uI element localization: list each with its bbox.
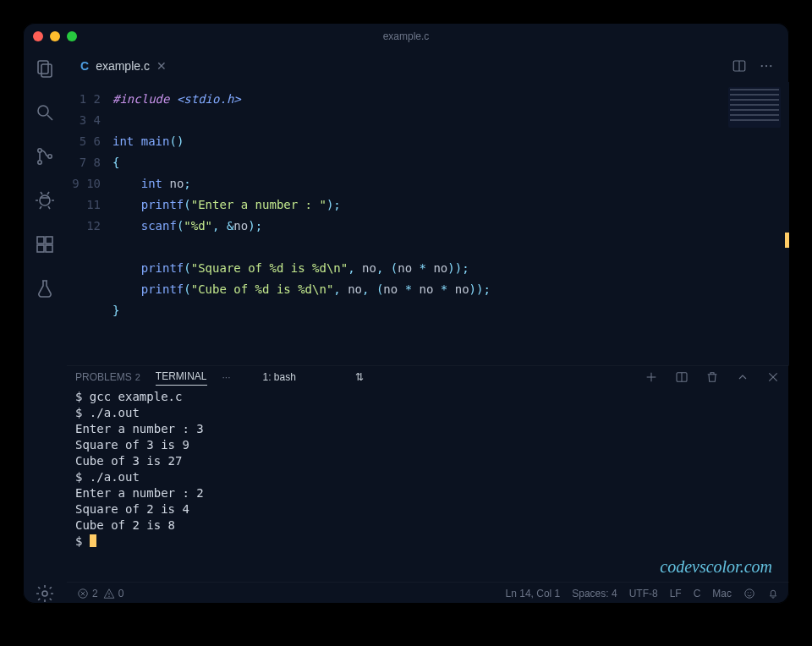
svg-line-9 [47, 192, 49, 194]
svg-point-36 [745, 589, 754, 598]
settings-gear-icon[interactable] [35, 583, 55, 604]
svg-point-6 [48, 155, 52, 158]
svg-point-5 [38, 161, 41, 164]
svg-rect-15 [37, 237, 44, 244]
explorer-icon[interactable] [35, 58, 55, 79]
eol-status[interactable]: LF [670, 588, 682, 599]
minimap-marker [785, 233, 789, 248]
panel-overflow-icon[interactable]: ··· [222, 371, 231, 383]
status-bar: 2 0 Ln 14, Col 1 Spaces: 4 UTF-8 LF C Ma… [67, 582, 789, 604]
close-tab-icon[interactable]: ✕ [156, 59, 167, 73]
minimap-preview [728, 87, 781, 128]
svg-line-12 [40, 206, 41, 209]
svg-rect-0 [38, 61, 48, 74]
code-editor[interactable]: 1 2 3 4 5 6 7 8 9 10 11 12 #include <std… [67, 82, 789, 365]
tab-label: example.c [96, 59, 150, 73]
watermark-text: codevscolor.com [660, 559, 772, 575]
titlebar[interactable]: example.c [23, 23, 789, 50]
problems-tab[interactable]: PROBLEMS2 [75, 369, 140, 386]
activity-bar [23, 50, 67, 604]
testing-icon[interactable] [35, 278, 55, 298]
new-terminal-icon[interactable] [644, 370, 659, 385]
warning-icon [103, 588, 115, 599]
minimize-window-button[interactable] [50, 31, 60, 41]
svg-rect-16 [37, 245, 44, 252]
language-status[interactable]: C [694, 588, 701, 599]
search-icon[interactable] [35, 102, 55, 123]
svg-point-7 [40, 195, 50, 205]
panel-tab-bar: PROBLEMS2 TERMINAL ··· 1: bash ⇅ [67, 366, 789, 387]
warnings-status[interactable]: 0 [103, 588, 124, 599]
svg-point-37 [748, 592, 749, 593]
terminal-tab[interactable]: TERMINAL [156, 368, 207, 386]
c-file-icon: C [80, 59, 89, 73]
maximize-panel-icon[interactable] [735, 370, 750, 385]
svg-line-13 [48, 206, 50, 209]
svg-point-19 [42, 591, 47, 596]
error-icon [77, 588, 89, 599]
close-window-button[interactable] [33, 31, 43, 41]
kill-terminal-icon[interactable] [705, 370, 720, 385]
notifications-icon[interactable] [767, 588, 779, 599]
svg-point-24 [770, 65, 771, 67]
svg-rect-18 [46, 237, 52, 244]
split-terminal-icon[interactable] [674, 370, 689, 385]
svg-point-22 [761, 65, 763, 67]
extensions-icon[interactable] [35, 234, 55, 255]
svg-rect-17 [46, 245, 52, 252]
encoding-status[interactable]: UTF-8 [629, 588, 658, 599]
traffic-lights [33, 31, 77, 41]
code-content[interactable]: #include <stdio.h> int main() { int no; … [112, 82, 718, 365]
terminal-cursor [90, 534, 96, 547]
maximize-window-button[interactable] [67, 31, 77, 41]
bottom-panel: PROBLEMS2 TERMINAL ··· 1: bash ⇅ [67, 365, 789, 582]
editor-tab-bar: C example.c ✕ [67, 50, 789, 82]
minimap[interactable] [718, 82, 789, 365]
tab-example-c[interactable]: C example.c ✕ [72, 54, 175, 78]
indentation-status[interactable]: Spaces: 4 [572, 588, 617, 599]
window-title: example.c [23, 30, 789, 42]
terminal-output[interactable]: $ gcc example.c $ ./a.out Enter a number… [67, 387, 789, 582]
svg-line-3 [47, 115, 52, 120]
os-status[interactable]: Mac [712, 588, 732, 599]
split-editor-icon[interactable] [732, 58, 747, 74]
vscode-window: example.c C example.c ✕ [23, 23, 789, 604]
errors-status[interactable]: 2 [77, 588, 98, 599]
svg-point-35 [108, 596, 109, 597]
svg-line-8 [41, 192, 42, 194]
feedback-icon[interactable] [743, 588, 755, 599]
svg-point-38 [750, 592, 751, 593]
svg-rect-1 [41, 64, 52, 77]
svg-point-2 [38, 106, 48, 116]
more-actions-icon[interactable] [759, 58, 774, 74]
updown-icon: ⇅ [355, 371, 364, 383]
line-number-gutter: 1 2 3 4 5 6 7 8 9 10 11 12 [67, 82, 112, 365]
terminal-select-label: 1: bash [263, 371, 296, 383]
cursor-position[interactable]: Ln 14, Col 1 [506, 588, 561, 599]
svg-point-4 [38, 149, 41, 152]
debug-icon[interactable] [35, 190, 55, 211]
source-control-icon[interactable] [35, 146, 55, 167]
svg-point-23 [765, 65, 767, 67]
close-panel-icon[interactable] [765, 370, 781, 385]
terminal-select[interactable]: 1: bash ⇅ [263, 371, 364, 383]
